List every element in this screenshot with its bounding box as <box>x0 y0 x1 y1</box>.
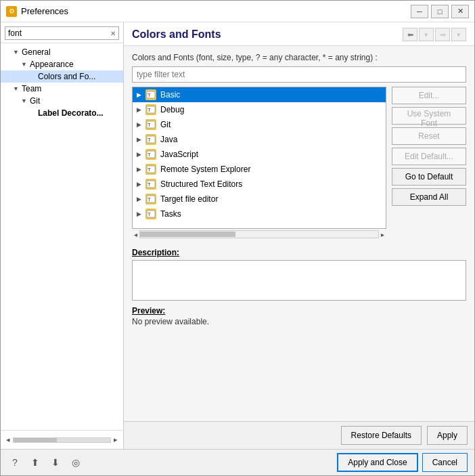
tree-item-general[interactable]: ▼ General <box>1 46 123 58</box>
list-item-label: Basic <box>160 90 180 100</box>
go-to-default-button[interactable]: Go to Default <box>392 168 466 186</box>
chevron-down-icon: ▼ <box>13 85 20 92</box>
list-item-icon: T <box>145 119 156 130</box>
scroll-left-btn[interactable]: ◂ <box>132 231 139 238</box>
list-arrow-icon: ▶ <box>137 106 141 113</box>
forward-dropdown-button[interactable]: ▾ <box>451 28 466 41</box>
settings-icon[interactable]: ◎ <box>68 455 83 470</box>
tree-item-label-deco[interactable]: Label Decorato... <box>1 107 123 119</box>
minimize-button[interactable]: ─ <box>411 5 428 18</box>
bottom-action-bar: Restore Defaults Apply <box>124 421 474 449</box>
edit-button[interactable]: Edit... <box>392 87 466 104</box>
list-item-debug[interactable]: ▶ T Debug <box>133 102 386 117</box>
description-section: Description: <box>132 248 466 301</box>
filter-input-wrap <box>132 66 466 83</box>
list-item-icon: T <box>145 179 156 190</box>
expand-all-button[interactable]: Expand All <box>392 188 466 206</box>
list-item-target-file[interactable]: ▶ T Target file editor <box>133 192 386 207</box>
main-content: ✕ ▼ General ▼ Appearance Colors and Fo..… <box>1 22 474 449</box>
edit-default-button[interactable]: Edit Default... <box>392 148 466 165</box>
chevron-down-icon: ▼ <box>21 61 28 68</box>
panel-title: Colors and Fonts <box>132 28 221 41</box>
panel-header: Colors and Fonts ⬅ ▾ ➡ ▾ <box>124 22 474 46</box>
close-button[interactable]: ✕ <box>451 5 469 18</box>
tree-item-label: General <box>22 47 51 57</box>
list-arrow-icon: ▶ <box>137 136 141 143</box>
cancel-button[interactable]: Cancel <box>422 453 468 472</box>
list-item-java[interactable]: ▶ T Java <box>133 132 386 147</box>
filter-description: Colors and Fonts (font, size, type, ? = … <box>132 53 466 62</box>
reset-button[interactable]: Reset <box>392 127 466 145</box>
svg-text:T: T <box>148 107 151 113</box>
preview-section: Preview: No preview available. <box>132 306 466 326</box>
tree-item-appearance[interactable]: ▼ Appearance <box>1 58 123 70</box>
apply-button[interactable]: Apply <box>427 426 468 445</box>
search-wrap: ✕ <box>5 26 119 40</box>
list-item-label: Git <box>160 120 171 129</box>
list-item-icon: T <box>145 149 156 160</box>
search-input[interactable] <box>8 28 110 38</box>
list-arrow-icon: ▶ <box>137 211 141 217</box>
list-item-label: JavaScript <box>160 150 198 159</box>
list-item-label: Structured Text Editors <box>160 179 242 189</box>
horizontal-scrollbar: ◂ ▸ <box>132 230 386 238</box>
tree-item-team[interactable]: ▼ Team <box>1 83 123 95</box>
search-bar: ✕ <box>1 22 123 43</box>
right-panel: Colors and Fonts ⬅ ▾ ➡ ▾ Colors and Font… <box>124 22 474 449</box>
preview-text: No preview available. <box>132 317 466 326</box>
svg-text:T: T <box>148 167 151 173</box>
list-item-icon: T <box>145 104 156 115</box>
preferences-window: ⚙ Preferences ─ □ ✕ ✕ ▼ General <box>0 0 475 476</box>
list-item-git[interactable]: ▶ T Git <box>133 117 386 132</box>
list-item-icon: T <box>145 194 156 204</box>
scroll-right-btn[interactable]: ▸ <box>379 231 386 238</box>
list-arrow-icon: ▶ <box>137 151 141 158</box>
description-box <box>132 260 466 301</box>
scroll-right-icon[interactable]: ▸ <box>111 434 120 446</box>
list-arrow-icon: ▶ <box>137 181 141 188</box>
window-icon: ⚙ <box>6 6 17 17</box>
list-item-icon: T <box>145 89 156 100</box>
list-item-javascript[interactable]: ▶ T JavaScript <box>133 147 386 162</box>
maximize-button[interactable]: □ <box>431 5 449 18</box>
tree-area: ▼ General ▼ Appearance Colors and Fo... … <box>1 43 123 430</box>
restore-defaults-button[interactable]: Restore Defaults <box>341 426 422 445</box>
import-icon[interactable]: ⬇ <box>48 455 63 470</box>
footer-buttons: Apply and Close Cancel <box>337 453 468 472</box>
back-button[interactable]: ⬅ <box>403 28 417 41</box>
svg-text:T: T <box>148 122 151 128</box>
list-item-remote[interactable]: ▶ T Remote System Explorer <box>133 162 386 177</box>
preview-label: Preview: <box>132 306 466 316</box>
list-arrow-icon: ▶ <box>137 121 141 128</box>
window-title: Preferences <box>21 6 411 16</box>
help-icon[interactable]: ? <box>7 455 22 470</box>
forward-button[interactable]: ➡ <box>435 28 450 41</box>
list-item-icon: T <box>145 134 156 145</box>
export-icon[interactable]: ⬆ <box>28 455 43 470</box>
tree-item-colors-fonts[interactable]: Colors and Fo... <box>1 70 123 83</box>
list-item-basic[interactable]: ▶ T Basic <box>133 87 386 102</box>
list-item-icon: T <box>145 209 156 219</box>
footer-icons: ? ⬆ ⬇ ◎ <box>7 455 83 470</box>
list-item-structured-text[interactable]: ▶ T Structured Text Editors <box>133 177 386 192</box>
back-dropdown-button[interactable]: ▾ <box>419 28 434 41</box>
tree-item-label: Label Decorato... <box>38 108 104 118</box>
list-arrow-icon: ▶ <box>137 91 141 98</box>
scroll-thumb <box>140 232 235 237</box>
use-system-font-button[interactable]: Use System Font <box>392 107 466 125</box>
search-clear-icon[interactable]: ✕ <box>110 30 116 37</box>
filter-input[interactable] <box>133 67 466 82</box>
list-item-tasks[interactable]: ▶ T Tasks <box>133 207 386 221</box>
description-label: Description: <box>132 248 466 257</box>
sidebar: ✕ ▼ General ▼ Appearance Colors and Fo..… <box>1 22 124 449</box>
svg-text:T: T <box>148 211 151 217</box>
scroll-left-icon[interactable]: ◂ <box>3 434 13 446</box>
svg-text:T: T <box>148 152 151 158</box>
apply-and-close-button[interactable]: Apply and Close <box>337 453 417 472</box>
scroll-track <box>139 230 379 238</box>
tree-item-label: Colors and Fo... <box>38 72 95 81</box>
chevron-down-icon: ▼ <box>13 49 20 56</box>
tree-item-git[interactable]: ▼ Git <box>1 95 123 107</box>
sidebar-bottom: ◂ ▸ <box>1 430 123 449</box>
list-arrow-icon: ▶ <box>137 196 141 202</box>
